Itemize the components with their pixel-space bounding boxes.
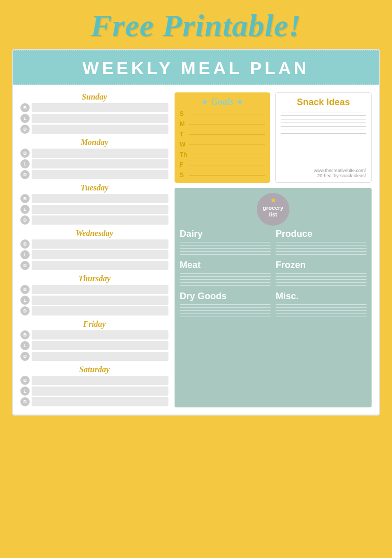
- meal-row: B: [20, 239, 168, 249]
- snack-box: Snack Ideas www.thecreativebite.com/ 20-…: [275, 92, 372, 183]
- meal-row: L: [20, 341, 168, 350]
- grocery-line: [276, 317, 366, 317]
- grocery-line: [180, 276, 271, 277]
- meal-letter-badge: D: [20, 170, 30, 179]
- meal-input-line[interactable]: [32, 125, 168, 134]
- grocery-line: [276, 282, 366, 283]
- goals-row: S: [180, 172, 265, 179]
- meal-letter-badge: B: [20, 239, 30, 249]
- day-label: Monday: [20, 138, 168, 147]
- day-label: Tuesday: [20, 183, 168, 192]
- grocery-category-label: Dry Goods: [180, 291, 271, 302]
- page-title: Free Printable!: [91, 8, 302, 44]
- meal-letter-badge: D: [20, 306, 30, 316]
- meal-input-line[interactable]: [32, 159, 168, 168]
- planner-header: WEEKLY MEAL PLAN: [13, 50, 379, 85]
- grocery-category: Meat: [180, 260, 271, 286]
- goals-line: [189, 124, 265, 125]
- meal-input-line[interactable]: [32, 239, 168, 249]
- day-label: Friday: [20, 320, 168, 329]
- meal-input-line[interactable]: [32, 341, 168, 350]
- grocery-line: [180, 273, 271, 274]
- meal-letter-badge: L: [20, 159, 30, 168]
- goals-day-letter: S: [180, 172, 186, 179]
- goals-row: F: [180, 161, 265, 168]
- grocery-line: [276, 254, 366, 255]
- grocery-line: [180, 313, 271, 314]
- grocery-line: [276, 273, 366, 274]
- day-label: Thursday: [20, 274, 168, 283]
- grocery-line: [276, 310, 366, 311]
- grocery-line: [180, 242, 271, 242]
- meal-input-line[interactable]: [32, 205, 168, 214]
- meal-input-line[interactable]: [32, 194, 168, 203]
- grocery-category-label: Dairy: [180, 229, 271, 239]
- meal-input-line[interactable]: [32, 261, 168, 270]
- day-label: Wednesday: [20, 229, 168, 238]
- meal-row: L: [20, 386, 168, 396]
- meal-input-line[interactable]: [32, 296, 168, 305]
- meal-input-line[interactable]: [32, 352, 168, 361]
- meal-letter-badge: B: [20, 149, 30, 158]
- grocery-star-icon: ★: [270, 196, 277, 204]
- grocery-category-label: Produce: [276, 229, 366, 239]
- meal-row: B: [20, 285, 168, 294]
- meal-row: B: [20, 330, 168, 339]
- meal-letter-badge: D: [20, 397, 30, 406]
- goals-line: [189, 114, 265, 114]
- goals-day-letter: T: [180, 131, 186, 138]
- meal-row: D: [20, 352, 168, 361]
- grocery-line: [180, 285, 271, 286]
- meal-input-line[interactable]: [32, 215, 168, 225]
- meal-letter-badge: D: [20, 125, 30, 134]
- meal-input-line[interactable]: [32, 330, 168, 339]
- meal-input-line[interactable]: [32, 250, 168, 259]
- meal-input-line[interactable]: [32, 114, 168, 123]
- meal-letter-badge: D: [20, 215, 30, 225]
- goals-row: S: [180, 110, 265, 117]
- meal-input-line[interactable]: [32, 386, 168, 396]
- grocery-line: [276, 276, 366, 277]
- meal-input-line[interactable]: [32, 103, 168, 112]
- planner-body: SundayBLDMondayBLDTuesdayBLDWednesdayBLD…: [13, 85, 379, 415]
- meal-row: L: [20, 205, 168, 214]
- meal-input-line[interactable]: [32, 149, 168, 158]
- grocery-line: [276, 279, 366, 280]
- goals-day-letter: Th: [180, 151, 186, 158]
- meal-input-line[interactable]: [32, 397, 168, 406]
- meal-input-line[interactable]: [32, 170, 168, 179]
- goals-rows: SMTWThFS: [180, 110, 265, 179]
- planner-card: WEEKLY MEAL PLAN SundayBLDMondayBLDTuesd…: [12, 49, 380, 416]
- days-column: SundayBLDMondayBLDTuesdayBLDWednesdayBLD…: [20, 92, 168, 407]
- meal-row: B: [20, 149, 168, 158]
- grocery-line: [180, 310, 271, 311]
- grocery-line: [276, 248, 366, 249]
- grocery-line: [180, 254, 271, 255]
- grocery-line: [180, 304, 271, 305]
- meal-row: B: [20, 194, 168, 203]
- day-section: MondayBLD: [20, 138, 168, 179]
- day-section: FridayBLD: [20, 320, 168, 361]
- meal-letter-badge: D: [20, 352, 30, 361]
- goals-star-right: ★: [236, 97, 243, 107]
- goals-row: T: [180, 131, 265, 138]
- grocery-line: [180, 245, 271, 246]
- meal-letter-badge: B: [20, 103, 30, 112]
- goals-line: [189, 134, 265, 135]
- meal-input-line[interactable]: [32, 285, 168, 294]
- meal-input-line[interactable]: [32, 306, 168, 316]
- grocery-category: Dry Goods: [180, 291, 271, 317]
- meal-letter-badge: L: [20, 114, 30, 123]
- meal-row: L: [20, 114, 168, 123]
- grocery-line: [276, 242, 366, 242]
- meal-letter-badge: L: [20, 341, 30, 350]
- grocery-badge: ★ grocerylist: [257, 193, 289, 226]
- goals-day-letter: F: [180, 161, 186, 168]
- goals-day-letter: W: [180, 141, 186, 148]
- top-right-row: ★ Goals ★ SMTWThFS Snack Ideas: [175, 92, 372, 183]
- grocery-category-label: Misc.: [276, 291, 366, 302]
- meal-input-line[interactable]: [32, 376, 168, 385]
- grocery-badge-text: grocerylist: [263, 205, 283, 218]
- day-section: SundayBLD: [20, 92, 168, 134]
- goals-box: ★ Goals ★ SMTWThFS: [175, 92, 270, 183]
